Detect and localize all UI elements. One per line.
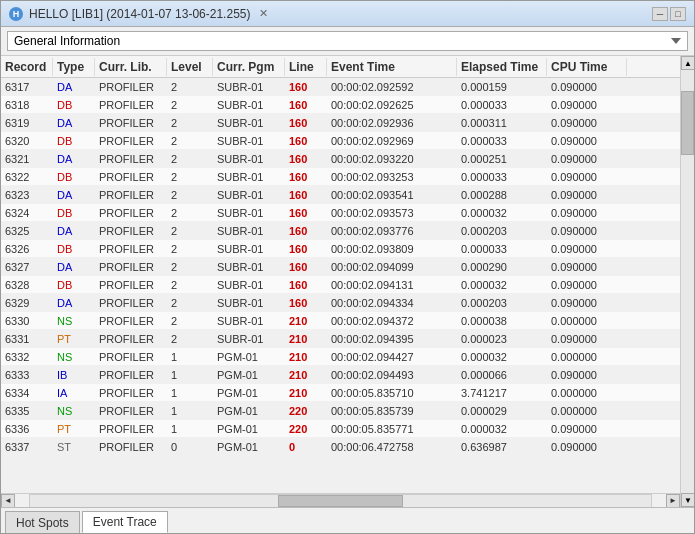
- vscroll-thumb[interactable]: [681, 91, 694, 154]
- cell-cpu: 0.090000: [547, 368, 627, 382]
- vscroll-down-arrow[interactable]: ▼: [681, 493, 694, 507]
- cell-curr-lib: PROFILER: [95, 206, 167, 220]
- cell-curr-lib: PROFILER: [95, 80, 167, 94]
- table-row[interactable]: 6337 ST PROFILER 0 PGM-01 0 00:00:06.472…: [1, 438, 680, 456]
- col-elapsed: Elapsed Time: [457, 58, 547, 76]
- cell-event-time: 00:00:02.094493: [327, 368, 457, 382]
- cell-elapsed: 0.000023: [457, 332, 547, 346]
- table-row[interactable]: 6327 DA PROFILER 2 SUBR-01 160 00:00:02.…: [1, 258, 680, 276]
- cell-record: 6317: [1, 80, 53, 94]
- table-row[interactable]: 6326 DB PROFILER 2 SUBR-01 160 00:00:02.…: [1, 240, 680, 258]
- cell-level: 2: [167, 242, 213, 256]
- tab-event-trace[interactable]: Event Trace: [82, 511, 168, 533]
- cell-event-time: 00:00:06.472758: [327, 440, 457, 454]
- cell-curr-lib: PROFILER: [95, 170, 167, 184]
- cell-cpu: 0.090000: [547, 224, 627, 238]
- table-row[interactable]: 6336 PT PROFILER 1 PGM-01 220 00:00:05.8…: [1, 420, 680, 438]
- cell-curr-lib: PROFILER: [95, 116, 167, 130]
- table-row[interactable]: 6330 NS PROFILER 2 SUBR-01 210 00:00:02.…: [1, 312, 680, 330]
- hscroll-right-arrow[interactable]: ►: [666, 494, 680, 508]
- cell-event-time: 00:00:02.094427: [327, 350, 457, 364]
- cell-elapsed: 0.636987: [457, 440, 547, 454]
- vscroll-up-arrow[interactable]: ▲: [681, 56, 694, 70]
- cell-record: 6325: [1, 224, 53, 238]
- cell-line: 160: [285, 116, 327, 130]
- cell-type: IA: [53, 386, 95, 400]
- cell-type: DB: [53, 206, 95, 220]
- cell-curr-pgm: SUBR-01: [213, 134, 285, 148]
- table-row[interactable]: 6318 DB PROFILER 2 SUBR-01 160 00:00:02.…: [1, 96, 680, 114]
- table-row[interactable]: 6331 PT PROFILER 2 SUBR-01 210 00:00:02.…: [1, 330, 680, 348]
- cell-curr-pgm: PGM-01: [213, 440, 285, 454]
- cell-level: 2: [167, 170, 213, 184]
- cell-record: 6331: [1, 332, 53, 346]
- table-row[interactable]: 6332 NS PROFILER 1 PGM-01 210 00:00:02.0…: [1, 348, 680, 366]
- vscroll-track[interactable]: [681, 70, 694, 493]
- cell-curr-lib: PROFILER: [95, 134, 167, 148]
- cell-type: DA: [53, 188, 95, 202]
- table-row[interactable]: 6333 IB PROFILER 1 PGM-01 210 00:00:02.0…: [1, 366, 680, 384]
- cell-curr-lib: PROFILER: [95, 242, 167, 256]
- table-row[interactable]: 6317 DA PROFILER 2 SUBR-01 160 00:00:02.…: [1, 78, 680, 96]
- cell-level: 2: [167, 152, 213, 166]
- cell-level: 2: [167, 98, 213, 112]
- table-row[interactable]: 6323 DA PROFILER 2 SUBR-01 160 00:00:02.…: [1, 186, 680, 204]
- cell-event-time: 00:00:02.092969: [327, 134, 457, 148]
- cell-level: 1: [167, 350, 213, 364]
- cell-curr-pgm: SUBR-01: [213, 278, 285, 292]
- cell-record: 6329: [1, 296, 53, 310]
- cell-record: 6337: [1, 440, 53, 454]
- cell-elapsed: 0.000033: [457, 170, 547, 184]
- cell-line: 160: [285, 152, 327, 166]
- cell-type: DA: [53, 152, 95, 166]
- table-row[interactable]: 6319 DA PROFILER 2 SUBR-01 160 00:00:02.…: [1, 114, 680, 132]
- cell-cpu: 0.090000: [547, 440, 627, 454]
- hscrollbar[interactable]: ◄ ►: [1, 493, 680, 507]
- vscrollbar[interactable]: ▲ ▼: [680, 56, 694, 507]
- cell-line: 210: [285, 368, 327, 382]
- cell-line: 220: [285, 422, 327, 436]
- cell-curr-pgm: SUBR-01: [213, 116, 285, 130]
- cell-curr-lib: PROFILER: [95, 260, 167, 274]
- cell-level: 2: [167, 80, 213, 94]
- cell-curr-pgm: SUBR-01: [213, 314, 285, 328]
- cell-curr-lib: PROFILER: [95, 188, 167, 202]
- hscroll-left-arrow[interactable]: ◄: [1, 494, 15, 508]
- table-row[interactable]: 6322 DB PROFILER 2 SUBR-01 160 00:00:02.…: [1, 168, 680, 186]
- cell-type: DB: [53, 170, 95, 184]
- cell-curr-lib: PROFILER: [95, 386, 167, 400]
- close-tab-icon[interactable]: ✕: [256, 7, 271, 20]
- table-row[interactable]: 6328 DB PROFILER 2 SUBR-01 160 00:00:02.…: [1, 276, 680, 294]
- minimize-button[interactable]: ─: [652, 7, 668, 21]
- cell-curr-pgm: PGM-01: [213, 386, 285, 400]
- cell-record: 6328: [1, 278, 53, 292]
- cell-elapsed: 0.000066: [457, 368, 547, 382]
- hscroll-track[interactable]: [29, 494, 652, 508]
- main-window: H HELLO [LIB1] (2014-01-07 13-06-21.255)…: [0, 0, 695, 534]
- table-row[interactable]: 6324 DB PROFILER 2 SUBR-01 160 00:00:02.…: [1, 204, 680, 222]
- cell-cpu: 0.090000: [547, 242, 627, 256]
- cell-curr-pgm: SUBR-01: [213, 206, 285, 220]
- table-row[interactable]: 6334 IA PROFILER 1 PGM-01 210 00:00:05.8…: [1, 384, 680, 402]
- table-row[interactable]: 6335 NS PROFILER 1 PGM-01 220 00:00:05.8…: [1, 402, 680, 420]
- table-row[interactable]: 6329 DA PROFILER 2 SUBR-01 160 00:00:02.…: [1, 294, 680, 312]
- cell-level: 1: [167, 422, 213, 436]
- cell-type: DA: [53, 116, 95, 130]
- cell-curr-pgm: PGM-01: [213, 404, 285, 418]
- cell-cpu: 0.090000: [547, 278, 627, 292]
- hscroll-thumb[interactable]: [278, 495, 402, 507]
- cell-curr-lib: PROFILER: [95, 314, 167, 328]
- table-row[interactable]: 6321 DA PROFILER 2 SUBR-01 160 00:00:02.…: [1, 150, 680, 168]
- cell-cpu: 0.000000: [547, 386, 627, 400]
- cell-elapsed: 0.000032: [457, 278, 547, 292]
- cell-curr-lib: PROFILER: [95, 440, 167, 454]
- view-dropdown[interactable]: General Information: [7, 31, 688, 51]
- table-row[interactable]: 6325 DA PROFILER 2 SUBR-01 160 00:00:02.…: [1, 222, 680, 240]
- cell-type: ST: [53, 440, 95, 454]
- cell-record: 6332: [1, 350, 53, 364]
- table-row[interactable]: 6320 DB PROFILER 2 SUBR-01 160 00:00:02.…: [1, 132, 680, 150]
- maximize-button[interactable]: □: [670, 7, 686, 21]
- tab-hot-spots[interactable]: Hot Spots: [5, 511, 80, 533]
- cell-level: 1: [167, 368, 213, 382]
- window-title: HELLO [LIB1] (2014-01-07 13-06-21.255): [29, 7, 250, 21]
